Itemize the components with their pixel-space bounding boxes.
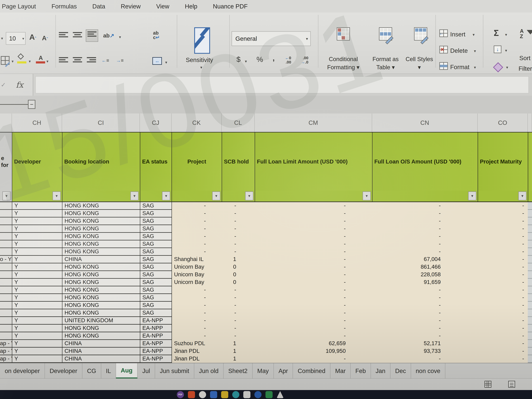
cell-scb[interactable]: - [222,202,255,210]
outline-collapse-button[interactable]: − [28,100,35,109]
format-icon[interactable] [439,62,448,70]
sheet-tab-dec[interactable]: Dec [390,363,411,378]
cell-os[interactable]: - [372,202,478,210]
dock-app-light-disc[interactable] [199,391,206,398]
cell-loc[interactable]: HONG KONG [62,271,140,279]
cell-limit[interactable]: - [255,355,372,363]
ribbon-tab-data[interactable]: Data [92,3,105,10]
merge-center-icon[interactable]: ↔ [152,57,162,65]
cell-project[interactable]: - [171,294,222,302]
cell-project[interactable]: Suzhou PDL [171,340,222,348]
header-cell-booking-location[interactable]: Booking location [62,133,140,191]
cell-project[interactable]: - [171,241,222,248]
cell-limit[interactable]: - [255,309,372,317]
header-cell-developer[interactable]: Developer [12,133,62,191]
cell-mat[interactable]: - [478,263,528,271]
cell-loc[interactable]: HONG KONG [62,202,140,210]
conditional-formatting-button[interactable]: Conditional Formatting ▾ [321,55,366,71]
cell-mat[interactable]: - [478,271,528,279]
cell-loc[interactable]: HONG KONG [62,248,140,256]
header-cell-full-loan-limit[interactable]: Full Loan Limit Amount (USD '000) [255,133,372,191]
cell-dev[interactable]: Y [12,225,62,233]
cell-ea[interactable]: SAG [140,271,171,279]
cell-dev[interactable]: Y [12,233,62,241]
filter-label[interactable]: Filter [519,65,532,72]
cell-frag[interactable]: o - Y [0,256,12,263]
cell-project[interactable]: - [171,202,222,210]
cell-os[interactable]: - [372,355,478,363]
cell-scb[interactable]: - [222,332,255,340]
sheet-tab-mar[interactable]: Mar [330,363,351,378]
cell-mat[interactable]: - [478,286,528,294]
cell-loc[interactable]: CHINA [62,348,140,355]
cell-scb[interactable]: 1 [222,256,255,263]
chevron-down-icon[interactable]: ▾ [29,59,31,63]
cell-project[interactable]: - [171,302,222,309]
sort-filter-icon[interactable]: AZ [520,28,524,39]
sheet-tab-feb[interactable]: Feb [351,363,371,378]
filter-button[interactable] [212,191,220,200]
cell-loc[interactable]: HONG KONG [62,217,140,225]
cell-loc[interactable]: HONG KONG [62,286,140,294]
column-header-CM[interactable]: CM [255,114,372,132]
cell-dev[interactable]: Y [12,309,62,317]
align-left-icon[interactable] [59,57,68,65]
filter-button[interactable] [2,191,11,200]
filter-button[interactable] [468,191,476,200]
cell-scb[interactable]: - [222,286,255,294]
cell-limit[interactable]: - [255,294,372,302]
cell-project[interactable]: - [171,286,222,294]
increase-font-icon[interactable]: Aˆ [29,33,36,41]
cell-loc[interactable]: HONG KONG [62,279,140,286]
cell-project[interactable]: - [171,225,222,233]
sheet-tab-apr[interactable]: Apr [274,363,293,378]
cell-loc[interactable]: HONG KONG [62,233,140,241]
fx-icon[interactable]: fx [16,80,23,89]
dock-app-calculator[interactable] [243,391,250,398]
cell-project[interactable]: - [171,317,222,325]
sheet-tab-jan[interactable]: Jan [371,363,390,378]
cell-frag[interactable] [0,286,12,294]
cell-ea[interactable]: SAG [140,225,171,233]
header-cell-project-maturity[interactable]: Project Maturity [478,133,528,191]
insert-button[interactable]: Insert [450,31,465,38]
cell-frag[interactable] [0,332,12,340]
cell-ea[interactable]: SAG [140,233,171,241]
cell-dev[interactable]: Y [12,279,62,286]
cell-dev[interactable]: Y [12,263,62,271]
cell-os[interactable]: 228,058 [372,271,478,279]
cell-os[interactable]: 91,659 [372,279,478,286]
column-header-CO[interactable]: CO [478,114,528,132]
cell-limit[interactable]: - [255,332,372,340]
cell-os[interactable]: 93,733 [372,348,478,355]
filter-button[interactable] [245,191,253,200]
cell-mat[interactable]: - [478,210,528,217]
cell-mat[interactable]: - [478,317,528,325]
cell-frag[interactable] [0,325,12,332]
sheet-tab-aug[interactable]: Aug [116,363,138,378]
sensitivity-button[interactable]: Sensitivity [186,56,213,63]
cell-os[interactable]: - [372,332,478,340]
column-header-CK[interactable]: CK [171,114,222,132]
cell-frag[interactable]: ap - Y [0,340,12,348]
fill-color-icon[interactable] [17,55,27,64]
header-cell-project[interactable]: Project [171,133,222,191]
cell-loc[interactable]: HONG KONG [62,325,140,332]
cell-mat[interactable]: - [478,233,528,241]
insert-icon[interactable] [439,29,448,37]
cell-loc[interactable]: HONG KONG [62,225,140,233]
cell-mat[interactable]: - [478,332,528,340]
decrease-font-icon[interactable]: Aˇ [42,34,48,42]
chevron-down-icon[interactable]: ▾ [12,59,14,63]
cell-limit[interactable]: - [255,271,372,279]
cell-mat[interactable]: - [478,202,528,210]
cell-frag[interactable] [0,233,12,241]
font-color-icon[interactable]: A [36,55,46,64]
cell-limit[interactable]: - [255,202,372,210]
chevron-down-icon[interactable]: ▾ [506,65,508,70]
cell-os[interactable]: - [372,248,478,256]
cell-ea[interactable]: SAG [140,279,171,286]
chevron-down-icon[interactable]: ▾ [22,36,24,41]
align-middle-icon[interactable] [73,32,82,40]
cell-mat[interactable]: - [478,302,528,309]
